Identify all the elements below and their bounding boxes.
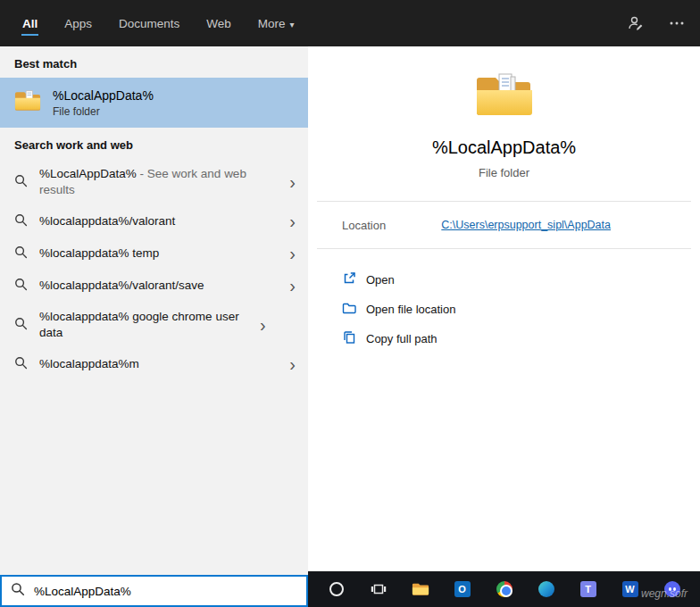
edge-icon[interactable] (533, 576, 560, 603)
action-copy-full-path[interactable]: Copy full path (342, 324, 700, 353)
suggestion-row[interactable]: %localappdata%m › (0, 348, 308, 380)
preview-title: %LocalAppData% (308, 137, 700, 158)
suggestion-row[interactable]: %localappdata% google chrome user data › (0, 302, 308, 348)
search-input[interactable] (34, 585, 297, 598)
action-label: Copy full path (366, 332, 438, 345)
chevron-right-icon[interactable]: › (286, 176, 299, 188)
file-explorer-icon[interactable] (407, 576, 434, 603)
result-preview-panel: %LocalAppData% File folder Location C:\U… (308, 46, 700, 571)
cortana-icon[interactable] (323, 576, 350, 603)
suggestion-text: %localappdata% temp (39, 245, 274, 262)
preview-subtitle: File folder (308, 166, 700, 179)
best-match-header: Best match (0, 46, 308, 78)
search-icon (14, 356, 28, 373)
location-row: Location C:\Users\erpsupport_sipl\AppDat… (308, 202, 700, 248)
copy-icon (342, 330, 356, 347)
search-icon (14, 213, 28, 230)
suggestion-row[interactable]: %localappdata%/valorant › (0, 205, 308, 237)
chevron-right-icon[interactable]: › (286, 247, 299, 260)
suggestion-text: %localappdata%m (39, 356, 274, 372)
chevron-right-icon[interactable]: › (286, 279, 299, 292)
chevron-right-icon[interactable]: › (256, 319, 270, 331)
topbar-actions (627, 0, 686, 46)
search-icon (14, 317, 28, 334)
chevron-right-icon[interactable]: › (286, 215, 299, 228)
word-icon[interactable]: W (617, 576, 644, 603)
action-open[interactable]: Open (342, 265, 700, 295)
feedback-icon[interactable] (627, 14, 645, 32)
chevron-right-icon[interactable]: › (286, 358, 299, 370)
search-icon (14, 278, 28, 295)
suggestion-text: %localappdata% google chrome user data (39, 309, 245, 341)
folder-icon (14, 89, 41, 116)
location-link[interactable]: C:\Users\erpsupport_sipl\AppData (441, 219, 611, 231)
action-open-file-location[interactable]: Open file location (342, 295, 700, 324)
best-match-title: %LocalAppData% (53, 88, 154, 103)
suggestion-row[interactable]: %localappdata%/valorant/save › (0, 270, 308, 302)
context-actions: Open Open file location Copy full path (308, 249, 700, 353)
search-header-bar: All Apps Documents Web More▾ (0, 0, 700, 46)
suggestion-text: %localappdata%/valorant (39, 213, 274, 229)
more-options-icon[interactable] (668, 14, 686, 32)
best-match-subtitle: File folder (53, 105, 154, 118)
windows-taskbar: O T W (308, 571, 700, 607)
open-icon (342, 271, 356, 288)
search-icon (14, 245, 28, 262)
discord-icon[interactable] (659, 576, 686, 603)
preview-head: %LocalAppData% File folder (308, 46, 700, 179)
outlook-icon[interactable]: O (449, 576, 476, 603)
suggestion-text: %localappdata%/valorant/save (39, 278, 274, 294)
search-results-panel: Best match %LocalAppData% File folder Se… (0, 46, 308, 607)
search-web-header: Search work and web (0, 128, 308, 159)
teams-icon[interactable]: T (575, 576, 602, 603)
folder-icon-large (475, 107, 534, 122)
task-view-icon[interactable] (365, 576, 392, 603)
taskbar-search-box (0, 575, 308, 607)
tab-all[interactable]: All (21, 12, 38, 36)
action-label: Open file location (366, 303, 455, 316)
tab-more[interactable]: More▾ (257, 12, 296, 36)
suggestion-text: %LocalAppData% - See work and web result… (39, 166, 274, 198)
suggestion-row[interactable]: %LocalAppData% - See work and web result… (0, 159, 308, 205)
action-label: Open (366, 273, 395, 287)
tab-apps[interactable]: Apps (63, 12, 93, 36)
folder-location-icon (342, 301, 356, 318)
chrome-icon[interactable] (491, 576, 518, 603)
suggestion-row[interactable]: %localappdata% temp › (0, 237, 308, 270)
search-icon (11, 582, 25, 600)
location-label: Location (342, 219, 386, 232)
tab-web[interactable]: Web (205, 12, 232, 36)
search-icon (14, 174, 28, 191)
tab-documents[interactable]: Documents (118, 12, 180, 36)
chevron-down-icon: ▾ (290, 20, 295, 29)
best-match-result[interactable]: %LocalAppData% File folder (0, 78, 308, 128)
